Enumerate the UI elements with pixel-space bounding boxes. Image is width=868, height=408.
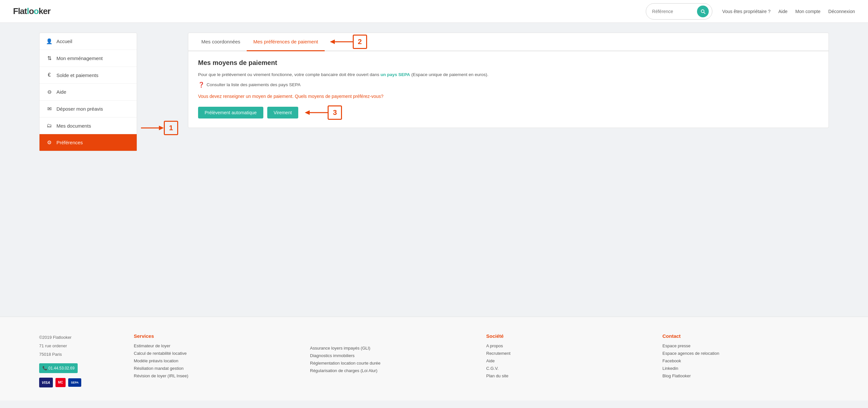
footer-address2: 75018 Paris — [39, 350, 124, 359]
sidebar-label-preavis: Déposer mon préavis — [57, 106, 103, 112]
owner-link[interactable]: Vous êtes propriétaire ? — [722, 9, 770, 14]
footer-link-revision[interactable]: Révision de loyer (IRL Insee) — [134, 373, 300, 378]
footer-address1: 71 rue ordener — [39, 342, 124, 350]
footer-link-regularisation[interactable]: Régularisation de charges (Loi Alur) — [310, 368, 476, 373]
tab-coordonnees[interactable]: Mes coordonnées — [195, 33, 247, 51]
svg-marker-1 — [159, 126, 164, 130]
footer-societe: Société A propos Recrutement Aide C.G.V.… — [486, 333, 653, 387]
content-panel: Mes coordonnées Mes préférences de paiem… — [188, 33, 829, 128]
sidebar-item-aide[interactable]: ⊖ Aide — [39, 84, 137, 100]
envelope-icon: ✉ — [46, 106, 53, 112]
sidebar-item-solde[interactable]: € Solde et paiements — [39, 67, 137, 84]
visa-card: VISA — [39, 378, 53, 387]
footer-link-facebook[interactable]: Facebook — [662, 358, 829, 363]
sidebar-item-preavis[interactable]: ✉ Déposer mon préavis — [39, 100, 137, 118]
societe-title: Société — [486, 333, 653, 339]
footer-brand: ©2019 Flatlooker 71 rue ordener 75018 Pa… — [39, 333, 124, 387]
svg-marker-3 — [330, 39, 335, 44]
footer-link-reglementation[interactable]: Réglementation location courte durée — [310, 361, 476, 366]
footer-contact: Contact Espace presse Espace agences de … — [662, 333, 829, 387]
gear-icon: ⚙ — [46, 139, 53, 146]
footer-link-plan[interactable]: Plan du site — [486, 373, 653, 378]
folder-icon: 🗂 — [46, 123, 53, 129]
sidebar-label-solde: Solde et paiements — [57, 72, 98, 78]
annotation-2-group: 2 — [330, 35, 367, 49]
footer-link-assurance[interactable]: Assurance loyers impayés (GLI) — [310, 346, 476, 350]
euro-icon: € — [46, 72, 53, 78]
sidebar-container: 👤 Accueil ⇅ Mon emménagement € Solde et … — [39, 33, 178, 307]
help-link[interactable]: Aide — [778, 9, 787, 14]
header-nav: Vous êtes propriétaire ? Aide Mon compte… — [722, 9, 855, 14]
info-paragraph: Pour que le prélèvement ou virement fonc… — [198, 71, 819, 79]
footer-link-presse[interactable]: Espace presse — [662, 343, 829, 348]
badge-2: 2 — [353, 35, 367, 49]
footer-services-col1: Services Estimateur de loyer Calcul de r… — [134, 333, 300, 387]
footer-link-linkedin[interactable]: Linkedin — [662, 366, 829, 371]
sidebar-item-accueil[interactable]: 👤 Accueil — [39, 33, 137, 50]
header: Flatlooker Vous êtes propriétaire ? Aide… — [0, 0, 868, 23]
footer-link-diagnostics[interactable]: Diagnostics immobiliers — [310, 353, 476, 358]
badge-1: 1 — [164, 121, 178, 135]
consult-link[interactable]: ❓ Consulter la liste des paiements des p… — [198, 82, 819, 88]
arrows-icon: ⇅ — [46, 55, 53, 61]
search-icon — [700, 8, 706, 14]
sidebar-item-documents[interactable]: 🗂 Mes documents — [39, 118, 137, 134]
info-text-2: (Espace unique de paiement en euros). — [411, 72, 488, 77]
footer-link-apropos[interactable]: A propos — [486, 343, 653, 348]
footer-grid: ©2019 Flatlooker 71 rue ordener 75018 Pa… — [39, 333, 829, 387]
warning-text: Vous devez renseigner un moyen de paieme… — [198, 94, 819, 99]
svg-marker-5 — [305, 110, 310, 115]
sidebar-item-preferences[interactable]: ⚙ Préférences — [39, 134, 137, 151]
sidebar: 👤 Accueil ⇅ Mon emménagement € Solde et … — [39, 33, 137, 151]
footer-link-agences[interactable]: Espace agences de relocation — [662, 351, 829, 356]
search-button[interactable] — [697, 5, 709, 17]
sidebar-label-accueil: Accueil — [57, 38, 72, 44]
user-icon: 👤 — [46, 38, 53, 44]
btn-prelevement[interactable]: Prélèvement automatique — [198, 107, 264, 119]
main-wrapper: 👤 Accueil ⇅ Mon emménagement € Solde et … — [0, 23, 868, 317]
sidebar-label-emmenagement: Mon emménagement — [57, 56, 103, 61]
logo: Flatlooker — [13, 6, 50, 16]
footer-link-cgv[interactable]: C.G.V. — [486, 366, 653, 371]
footer-link-resiliation[interactable]: Résiliation mandat gestion — [134, 366, 300, 371]
phone-icon: 📞 — [42, 366, 48, 371]
button-group-row: Prélèvement automatique Virement 3 — [198, 105, 819, 120]
arrow-1-icon — [141, 124, 164, 132]
tabs-bar: Mes coordonnées Mes préférences de paiem… — [188, 33, 829, 51]
footer-link-recrutement[interactable]: Recrutement — [486, 351, 653, 356]
sidebar-label-documents: Mes documents — [57, 123, 91, 129]
footer-phone[interactable]: 📞 01.44.53.02.69 — [39, 363, 78, 373]
footer-copyright: ©2019 Flatlooker — [39, 333, 124, 342]
contact-title: Contact — [662, 333, 829, 339]
btn-group: Prélèvement automatique Virement — [198, 107, 298, 119]
help-circle-icon: ⊖ — [46, 89, 53, 95]
services-title: Services — [134, 333, 300, 339]
search-bar — [646, 3, 712, 20]
section-title: Mes moyens de paiement — [198, 59, 819, 67]
sidebar-label-preferences: Préférences — [57, 140, 83, 145]
footer-services-col2: Assurance loyers impayés (GLI) Diagnosti… — [310, 333, 476, 387]
footer: ©2019 Flatlooker 71 rue ordener 75018 Pa… — [0, 317, 868, 401]
sepa-link[interactable]: un pays SEPA — [380, 72, 410, 77]
tabs: Mes coordonnées Mes préférences de paiem… — [195, 33, 325, 51]
tab-preferences-paiement[interactable]: Mes préférences de paiement — [247, 33, 324, 51]
footer-link-aide[interactable]: Aide — [486, 358, 653, 363]
consult-text: Consulter la liste des paiements des pay… — [207, 82, 301, 87]
footer-link-blog[interactable]: Blog Flatlooker — [662, 373, 829, 378]
sidebar-item-emmenagement[interactable]: ⇅ Mon emménagement — [39, 50, 137, 67]
arrow-3-icon — [305, 109, 328, 117]
btn-virement[interactable]: Virement — [267, 107, 299, 119]
badge-3: 3 — [328, 105, 342, 120]
footer-link-rentabilite[interactable]: Calcul de rentabilité locative — [134, 351, 300, 356]
search-input[interactable] — [652, 9, 694, 14]
footer-link-loyer[interactable]: Estimateur de loyer — [134, 343, 300, 348]
sidebar-label-aide: Aide — [57, 89, 66, 95]
annotation-3-group: 3 — [305, 105, 342, 120]
sepa-card: SEPA — [68, 378, 81, 387]
logout-link[interactable]: Déconnexion — [828, 9, 855, 14]
footer-link-preavis[interactable]: Modèle préavis location — [134, 358, 300, 363]
arrow-2-icon — [330, 38, 353, 46]
account-link[interactable]: Mon compte — [795, 9, 820, 14]
footer-cards: VISA MC SEPA — [39, 378, 124, 387]
mastercard-card: MC — [56, 378, 66, 387]
